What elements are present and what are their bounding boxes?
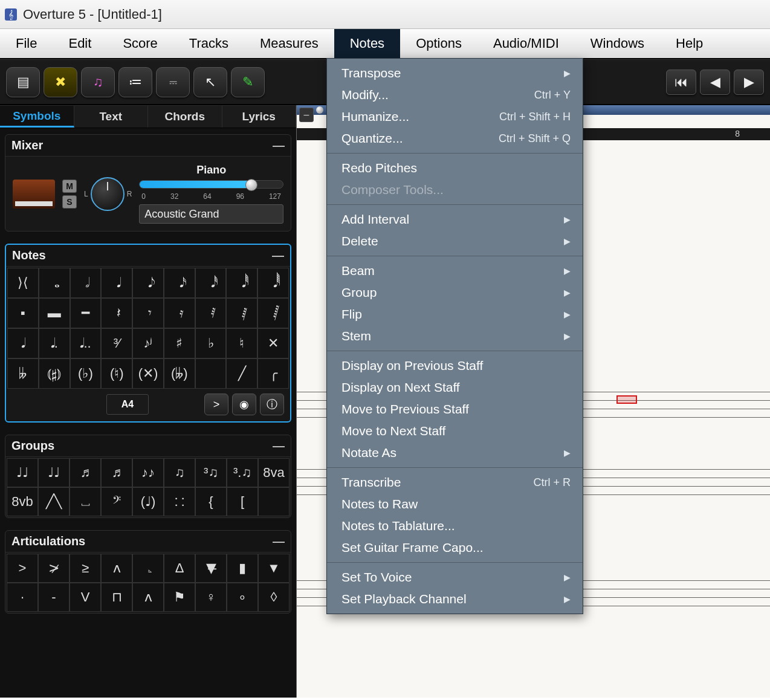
group-cell[interactable]: 8va <box>258 458 290 487</box>
pointer-tool[interactable]: ↖ <box>193 67 227 97</box>
articulation-cell[interactable]: ◊ <box>258 583 290 612</box>
articulation-cell[interactable]: - <box>38 583 70 612</box>
group-cell[interactable]: 8vb <box>7 487 38 516</box>
note-cell[interactable]: 𝅘𝅥.. <box>39 328 70 358</box>
group-cell[interactable] <box>258 487 290 516</box>
pencil-tool[interactable]: ✎ <box>231 67 265 97</box>
note-cell[interactable]: (𝄫) <box>164 358 195 389</box>
group-cell[interactable]: ³.♫ <box>227 458 258 487</box>
note-cell[interactable]: ▬ <box>39 298 70 328</box>
articulation-cell[interactable]: ∘ <box>227 583 258 612</box>
menu-item-notate-as[interactable]: Notate As▶ <box>327 442 583 464</box>
articulation-cell[interactable]: V <box>70 583 101 612</box>
group-cell[interactable]: ⎵ <box>70 487 101 516</box>
group-cell[interactable]: { <box>195 487 227 516</box>
group-cell[interactable]: ╱╲ <box>38 487 70 516</box>
accent-button[interactable]: > <box>204 394 228 415</box>
note-cell[interactable]: (♭) <box>70 358 102 389</box>
tab-lyrics[interactable]: Lyrics <box>222 106 297 128</box>
note-cell[interactable]: ♪ʲ <box>132 328 164 358</box>
note-cell[interactable]: ▪ <box>7 298 39 328</box>
list-button[interactable]: ≔ <box>118 67 152 97</box>
menu-item-modify[interactable]: Modify...Ctrl + Y <box>327 84 583 106</box>
note-cell[interactable]: 𝅘𝅥𝅲 <box>257 268 289 298</box>
tools-button[interactable]: ✖ <box>44 67 77 97</box>
group-cell[interactable]: ³♫ <box>195 458 227 487</box>
menu-item-notes-to-raw[interactable]: Notes to Raw <box>327 493 583 515</box>
menu-item-stem[interactable]: Stem▶ <box>327 325 583 347</box>
group-cell[interactable]: ♪♪ <box>132 458 164 487</box>
articulation-cell[interactable]: > <box>7 554 38 583</box>
articulation-cell[interactable]: >̷ <box>38 554 70 583</box>
menu-item-measures[interactable]: Measures <box>244 29 334 58</box>
articulation-cell[interactable]: Δ <box>164 554 195 583</box>
articulation-cell[interactable]: · <box>7 583 38 612</box>
note-cell[interactable]: 𝄫 <box>7 358 39 389</box>
menu-item-transcribe[interactable]: TranscribeCtrl + R <box>327 472 583 493</box>
note-cell[interactable] <box>195 358 227 389</box>
menu-item-transpose[interactable]: Transpose▶ <box>327 62 583 84</box>
note-cell[interactable]: 𝅝 <box>39 268 70 298</box>
menu-item-help[interactable]: Help <box>660 29 719 58</box>
note-cell[interactable]: 𝅘𝅥𝅰 <box>195 268 227 298</box>
group-cell[interactable]: ♬ <box>70 458 101 487</box>
solo-button[interactable]: S <box>62 195 77 209</box>
menu-item-add-interval[interactable]: Add Interval▶ <box>327 209 583 230</box>
menu-item-windows[interactable]: Windows <box>575 29 660 58</box>
group-cell[interactable]: ♩♩ <box>7 458 38 487</box>
note-cell[interactable]: ³⁄ <box>101 328 132 358</box>
skip-back[interactable]: ⏮ <box>666 70 696 95</box>
note-cell[interactable]: 𝅂 <box>257 298 289 328</box>
note-cell[interactable]: 𝅁 <box>226 298 257 328</box>
step-back[interactable]: ◀ <box>700 70 730 95</box>
note-cell[interactable]: 𝅗𝅥 <box>70 268 102 298</box>
note-cell[interactable]: ♭ <box>195 328 227 358</box>
note-cell[interactable]: 𝄽 <box>101 298 132 328</box>
note-cell[interactable]: (♮) <box>101 358 132 389</box>
group-cell[interactable]: ♫ <box>164 458 195 487</box>
articulations-collapse-button[interactable]: — <box>273 534 285 548</box>
menu-item-set-guitar-frame-capo[interactable]: Set Guitar Frame Capo... <box>327 537 583 559</box>
articulation-cell[interactable]: ⊓ <box>101 583 132 612</box>
menu-item-display-on-previous-staff[interactable]: Display on Previous Staff <box>327 355 583 377</box>
preset-selector[interactable]: Acoustic Grand <box>139 204 283 224</box>
notes-collapse-button[interactable]: — <box>272 248 284 262</box>
play[interactable]: ▶ <box>734 70 764 95</box>
note-cell[interactable]: ╱ <box>226 358 257 389</box>
note-cell[interactable]: ♮ <box>226 328 257 358</box>
note-cell[interactable]: ╭ <box>257 358 289 389</box>
note-cell[interactable]: ⦅♯⦆ <box>39 358 70 389</box>
tab-chords[interactable]: Chords <box>148 106 222 128</box>
mixer-button[interactable]: ⎓ <box>156 67 190 97</box>
menu-item-display-on-next-staff[interactable]: Display on Next Staff <box>327 377 583 398</box>
menu-item-beam[interactable]: Beam▶ <box>327 260 583 282</box>
mixer-collapse-button[interactable]: — <box>273 138 285 152</box>
note-cell[interactable]: 𝅘𝅥. <box>7 328 39 358</box>
pan-knob[interactable] <box>91 177 125 211</box>
menu-item-notes[interactable]: Notes <box>334 29 400 58</box>
menu-item-file[interactable]: File <box>0 29 53 58</box>
menu-item-redo-pitches[interactable]: Redo Pitches <box>327 157 583 179</box>
tab-symbols[interactable]: Symbols <box>0 106 74 128</box>
note-cell[interactable]: 𝅘𝅥 <box>101 268 132 298</box>
menu-item-move-to-next-staff[interactable]: Move to Next Staff <box>327 420 583 442</box>
menu-item-edit[interactable]: Edit <box>53 29 107 58</box>
group-cell[interactable]: ♩♩ <box>38 458 70 487</box>
notes-menu-dropdown[interactable]: Transpose▶Modify...Ctrl + YHumanize...Ct… <box>326 58 583 614</box>
articulation-cell[interactable]: ⚑ <box>164 583 195 612</box>
panel-button[interactable]: ▤ <box>6 67 40 97</box>
menu-item-group[interactable]: Group▶ <box>327 282 583 303</box>
articulation-cell[interactable]: ♀ <box>195 583 227 612</box>
group-cell[interactable]: ⸬ <box>164 487 195 516</box>
pitch-display[interactable]: A4 <box>106 394 149 415</box>
note-cell[interactable]: ━ <box>70 298 102 328</box>
groups-collapse-button[interactable]: — <box>273 439 285 453</box>
articulation-cell[interactable]: 𝅊 <box>132 554 164 583</box>
note-entry-button[interactable]: ♫ <box>81 67 115 97</box>
note-cell[interactable]: 𝅘𝅥𝅮 <box>132 268 164 298</box>
zoom-thumb[interactable] <box>316 106 323 114</box>
menu-item-humanize[interactable]: Humanize...Ctrl + Shift + H <box>327 106 583 128</box>
note-cell[interactable]: (✕) <box>132 358 164 389</box>
group-cell[interactable]: (♩) <box>132 487 164 516</box>
articulation-cell[interactable]: ʌ <box>132 583 164 612</box>
